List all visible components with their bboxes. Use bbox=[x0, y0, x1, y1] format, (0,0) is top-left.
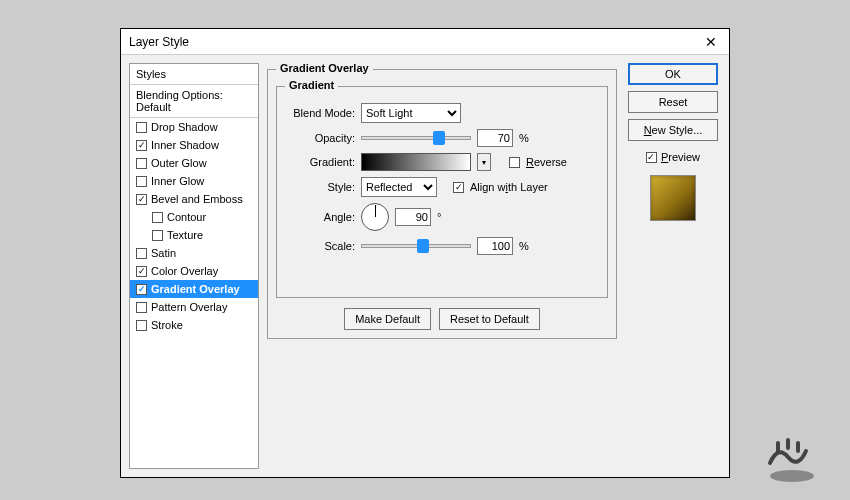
style-item-outer-glow[interactable]: Outer Glow bbox=[130, 154, 258, 172]
gradient-overlay-group: Gradient Overlay Gradient Blend Mode: So… bbox=[267, 69, 617, 339]
style-label: Style: bbox=[285, 181, 355, 193]
watermark-icon bbox=[760, 428, 830, 488]
style-checkbox[interactable] bbox=[136, 158, 147, 169]
ok-button[interactable]: OK bbox=[628, 63, 718, 85]
reset-default-button[interactable]: Reset to Default bbox=[439, 308, 540, 330]
blending-options[interactable]: Blending Options: Default bbox=[130, 85, 258, 118]
style-item-pattern-overlay[interactable]: Pattern Overlay bbox=[130, 298, 258, 316]
styles-header[interactable]: Styles bbox=[130, 64, 258, 85]
right-panel: OK Reset New Style... Preview bbox=[625, 63, 721, 469]
style-item-label: Inner Shadow bbox=[151, 139, 219, 151]
titlebar: Layer Style ✕ bbox=[121, 29, 729, 55]
style-item-label: Contour bbox=[167, 211, 206, 223]
style-item-drop-shadow[interactable]: Drop Shadow bbox=[130, 118, 258, 136]
preview-label: Preview bbox=[661, 151, 700, 163]
style-checkbox[interactable] bbox=[136, 302, 147, 313]
style-item-label: Outer Glow bbox=[151, 157, 207, 169]
style-item-label: Gradient Overlay bbox=[151, 283, 240, 295]
style-checkbox[interactable] bbox=[136, 320, 147, 331]
scale-slider[interactable] bbox=[361, 244, 471, 248]
style-item-label: Bevel and Emboss bbox=[151, 193, 243, 205]
scale-input[interactable] bbox=[477, 237, 513, 255]
style-item-label: Texture bbox=[167, 229, 203, 241]
preview-checkbox[interactable] bbox=[646, 152, 657, 163]
inner-title: Gradient bbox=[285, 79, 338, 91]
style-checkbox[interactable] bbox=[136, 194, 147, 205]
preview-swatch bbox=[650, 175, 696, 221]
style-item-label: Drop Shadow bbox=[151, 121, 218, 133]
style-checkbox[interactable] bbox=[136, 122, 147, 133]
style-checkbox[interactable] bbox=[152, 212, 163, 223]
opacity-slider[interactable] bbox=[361, 136, 471, 140]
blend-mode-label: Blend Mode: bbox=[285, 107, 355, 119]
style-item-inner-shadow[interactable]: Inner Shadow bbox=[130, 136, 258, 154]
gradient-label: Gradient: bbox=[285, 156, 355, 168]
style-checkbox[interactable] bbox=[136, 248, 147, 259]
style-item-bevel-and-emboss[interactable]: Bevel and Emboss bbox=[130, 190, 258, 208]
percent-label-2: % bbox=[519, 240, 529, 252]
align-label: Align with Layer bbox=[470, 181, 548, 193]
gradient-dropdown-icon[interactable]: ▾ bbox=[477, 153, 491, 171]
style-item-label: Stroke bbox=[151, 319, 183, 331]
style-item-inner-glow[interactable]: Inner Glow bbox=[130, 172, 258, 190]
style-item-gradient-overlay[interactable]: Gradient Overlay bbox=[130, 280, 258, 298]
scale-label: Scale: bbox=[285, 240, 355, 252]
svg-point-0 bbox=[770, 470, 814, 482]
opacity-input[interactable] bbox=[477, 129, 513, 147]
style-item-stroke[interactable]: Stroke bbox=[130, 316, 258, 334]
make-default-button[interactable]: Make Default bbox=[344, 308, 431, 330]
group-title: Gradient Overlay bbox=[276, 62, 373, 74]
main-panel: Gradient Overlay Gradient Blend Mode: So… bbox=[267, 63, 617, 469]
angle-label: Angle: bbox=[285, 211, 355, 223]
style-item-contour[interactable]: Contour bbox=[130, 208, 258, 226]
blend-mode-select[interactable]: Soft Light bbox=[361, 103, 461, 123]
style-select[interactable]: Reflected bbox=[361, 177, 437, 197]
dialog-content: Styles Blending Options: Default Drop Sh… bbox=[121, 55, 729, 477]
style-item-label: Inner Glow bbox=[151, 175, 204, 187]
dialog-title: Layer Style bbox=[129, 35, 701, 49]
close-icon[interactable]: ✕ bbox=[701, 34, 721, 50]
degree-label: ° bbox=[437, 211, 441, 223]
style-checkbox[interactable] bbox=[136, 284, 147, 295]
layer-style-dialog: Layer Style ✕ Styles Blending Options: D… bbox=[120, 28, 730, 478]
angle-input[interactable] bbox=[395, 208, 431, 226]
style-item-label: Color Overlay bbox=[151, 265, 218, 277]
opacity-label: Opacity: bbox=[285, 132, 355, 144]
style-item-label: Satin bbox=[151, 247, 176, 259]
style-item-label: Pattern Overlay bbox=[151, 301, 227, 313]
style-checkbox[interactable] bbox=[136, 140, 147, 151]
style-item-texture[interactable]: Texture bbox=[130, 226, 258, 244]
style-item-color-overlay[interactable]: Color Overlay bbox=[130, 262, 258, 280]
reverse-checkbox[interactable] bbox=[509, 157, 520, 168]
style-checkbox[interactable] bbox=[152, 230, 163, 241]
new-style-button[interactable]: New Style... bbox=[628, 119, 718, 141]
reset-button[interactable]: Reset bbox=[628, 91, 718, 113]
gradient-inner-group: Gradient Blend Mode: Soft Light Opacity:… bbox=[276, 86, 608, 298]
styles-panel: Styles Blending Options: Default Drop Sh… bbox=[129, 63, 259, 469]
reverse-label: Reverse bbox=[526, 156, 567, 168]
align-checkbox[interactable] bbox=[453, 182, 464, 193]
angle-dial[interactable] bbox=[361, 203, 389, 231]
style-checkbox[interactable] bbox=[136, 176, 147, 187]
style-item-satin[interactable]: Satin bbox=[130, 244, 258, 262]
gradient-swatch[interactable] bbox=[361, 153, 471, 171]
style-checkbox[interactable] bbox=[136, 266, 147, 277]
percent-label: % bbox=[519, 132, 529, 144]
